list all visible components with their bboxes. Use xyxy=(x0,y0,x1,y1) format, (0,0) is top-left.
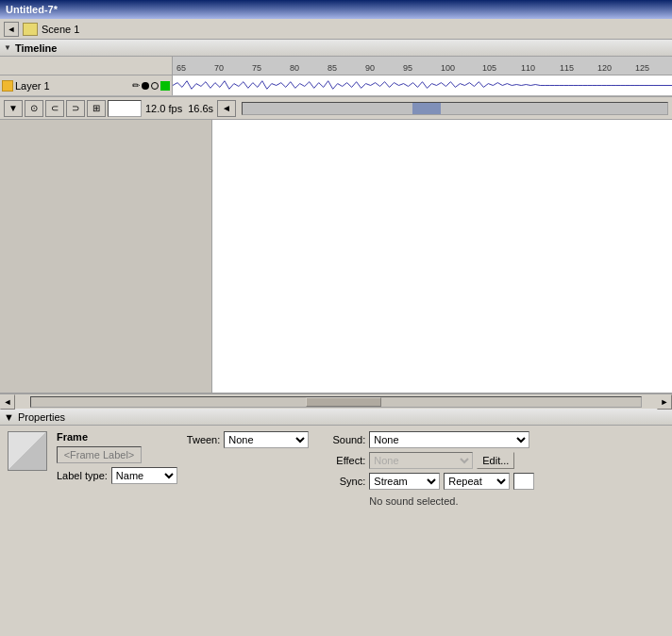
tick-110: 110 xyxy=(521,63,535,73)
properties-body: Frame Label type: Name Tween: None xyxy=(0,426,672,512)
ruler-ticks: 65 70 75 80 85 90 95 100 105 110 115 120… xyxy=(173,57,672,75)
sound-select[interactable]: None xyxy=(369,431,529,448)
tick-75: 75 xyxy=(252,63,261,73)
horizontal-scrollbar: ◄ ► xyxy=(0,393,672,409)
scene-bar: ◄ Scene 1 xyxy=(0,19,672,40)
sound-row: Sound: None xyxy=(328,431,534,448)
frame-label-input[interactable] xyxy=(57,446,142,463)
frame-indicator-icon: ▼ xyxy=(8,103,18,113)
hscroll-right-button[interactable]: ► xyxy=(657,394,672,410)
properties-collapse-icon[interactable]: ▼ xyxy=(4,411,14,423)
no-sound-text: No sound selected. xyxy=(328,494,534,507)
pencil-icon: ✏ xyxy=(132,80,140,91)
label-type-select[interactable]: Name xyxy=(111,467,177,484)
effect-select: None xyxy=(369,452,473,469)
layer-row: Layer 1 ✏ xyxy=(0,75,672,96)
scrubber-thumb[interactable] xyxy=(412,103,441,114)
back-icon: ◄ xyxy=(8,25,16,34)
eye-icon[interactable] xyxy=(142,82,149,90)
timeline-header: ▼ Timeline xyxy=(0,40,672,57)
timeline-collapse-icon[interactable]: ▼ xyxy=(4,43,11,52)
sync-count-input[interactable] xyxy=(513,473,534,490)
frame-input-row xyxy=(57,446,177,463)
onion-before-icon: ⊂ xyxy=(51,103,59,113)
sync-label: Sync: xyxy=(328,476,365,487)
onion-after-button[interactable]: ⊃ xyxy=(66,100,85,117)
title-bar: Untitled-7* xyxy=(0,0,672,19)
stage-panel-left xyxy=(0,120,212,393)
stage-area xyxy=(0,120,672,393)
frame-label-row: Frame xyxy=(57,431,177,443)
timeline-label: Timeline xyxy=(15,42,57,54)
timeline-ruler: 65 70 75 80 85 90 95 100 105 110 115 120… xyxy=(0,57,672,75)
scroll-left-button[interactable]: ◄ xyxy=(217,100,236,117)
onion-before-button[interactable]: ⊂ xyxy=(45,100,64,117)
scene-name: Scene 1 xyxy=(42,24,79,35)
onion-skin-icon: ⊙ xyxy=(30,103,38,113)
no-sound-label: No sound selected. xyxy=(369,495,458,507)
properties-label: Properties xyxy=(18,411,65,423)
layer-icon xyxy=(2,80,13,92)
frame-thumbnail xyxy=(8,431,47,471)
sound-label: Sound: xyxy=(328,434,365,445)
edit-label: Edit... xyxy=(482,455,509,466)
onion-after-icon: ⊃ xyxy=(72,103,79,113)
tick-85: 85 xyxy=(328,63,337,73)
repeat-select[interactable]: Repeat Loop xyxy=(444,473,510,490)
tick-125: 125 xyxy=(635,63,649,73)
fps-label: 12.0 fps xyxy=(143,103,184,114)
frame-static-label: Frame xyxy=(57,431,88,443)
outline-icon[interactable] xyxy=(160,81,170,91)
tween-row: Tween: None xyxy=(187,431,309,448)
properties-section: ▼ Properties Frame Label type: Name Twee… xyxy=(0,409,672,512)
tween-select[interactable]: None xyxy=(224,431,309,448)
tick-120: 120 xyxy=(597,63,612,73)
timeline-scrubber[interactable] xyxy=(242,102,668,115)
tick-70: 70 xyxy=(214,63,224,73)
sound-section: Sound: None Effect: None Edit... Sync: xyxy=(328,431,534,507)
ruler-spacer xyxy=(0,57,173,75)
hscroll-left-button[interactable]: ◄ xyxy=(0,394,15,410)
effect-label: Effect: xyxy=(328,455,365,466)
tick-105: 105 xyxy=(482,63,496,73)
back-button[interactable]: ◄ xyxy=(4,22,19,37)
waveform-svg xyxy=(173,75,672,95)
tick-90: 90 xyxy=(365,63,375,73)
layer-controls: Layer 1 ✏ xyxy=(0,75,173,95)
tick-65: 65 xyxy=(176,63,186,73)
onion-skin-button[interactable]: ⊙ xyxy=(25,100,43,117)
tick-115: 115 xyxy=(560,63,574,73)
left-arrow-icon: ◄ xyxy=(222,103,231,113)
tick-95: 95 xyxy=(403,63,412,73)
edit-multiple-frames-button[interactable]: ⊞ xyxy=(87,100,106,117)
frame-number-input[interactable]: 200 xyxy=(108,100,142,117)
tween-section: Tween: None xyxy=(187,431,309,448)
lock-icon[interactable] xyxy=(151,82,159,90)
sync-row: Sync: Stream Event Start Stop Repeat Loo… xyxy=(328,473,534,490)
scene-icon xyxy=(23,23,38,36)
hscroll-track[interactable] xyxy=(30,396,642,408)
hscroll-thumb[interactable] xyxy=(306,397,381,407)
tween-label: Tween: xyxy=(187,434,220,445)
label-type-row: Label type: Name xyxy=(57,467,177,484)
title: Untitled-7* xyxy=(6,4,58,15)
edit-button[interactable]: Edit... xyxy=(477,452,514,469)
time-label: 16.6s xyxy=(186,103,215,114)
timeline-section: ▼ Timeline 65 70 75 80 85 90 95 100 105 … xyxy=(0,40,672,120)
tick-100: 100 xyxy=(441,63,455,73)
stage-canvas xyxy=(212,120,672,393)
sync-select[interactable]: Stream Event Start Stop xyxy=(369,473,440,490)
effect-row: Effect: None Edit... xyxy=(328,452,534,469)
add-keyframe-button[interactable]: ▼ xyxy=(4,100,23,117)
edit-frames-icon: ⊞ xyxy=(92,103,100,113)
frame-section: Frame Label type: Name xyxy=(57,431,177,484)
tick-80: 80 xyxy=(290,63,299,73)
layer-name: Layer 1 xyxy=(15,80,130,92)
label-type-label: Label type: xyxy=(57,470,108,481)
properties-header: ▼ Properties xyxy=(0,409,672,426)
waveform-area xyxy=(173,75,672,95)
timeline-toolbar: ▼ ⊙ ⊂ ⊃ ⊞ 200 12.0 fps 16.6s ◄ xyxy=(0,96,672,119)
